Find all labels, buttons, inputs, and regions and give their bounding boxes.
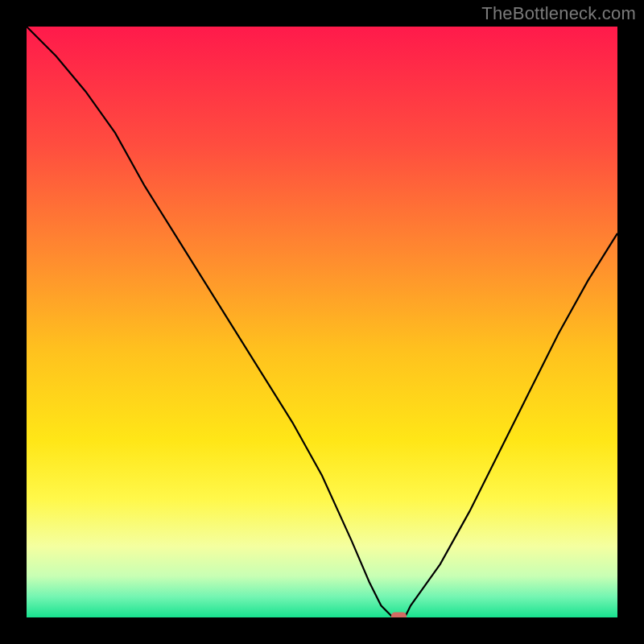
watermark-text: TheBottleneck.com: [481, 3, 636, 24]
target-marker: [391, 612, 407, 617]
chart-root: { "watermark": "TheBottleneck.com", "cha…: [0, 0, 644, 644]
plot-svg: [27, 27, 617, 617]
gradient-background: [27, 27, 617, 617]
plot-area: [27, 27, 617, 617]
